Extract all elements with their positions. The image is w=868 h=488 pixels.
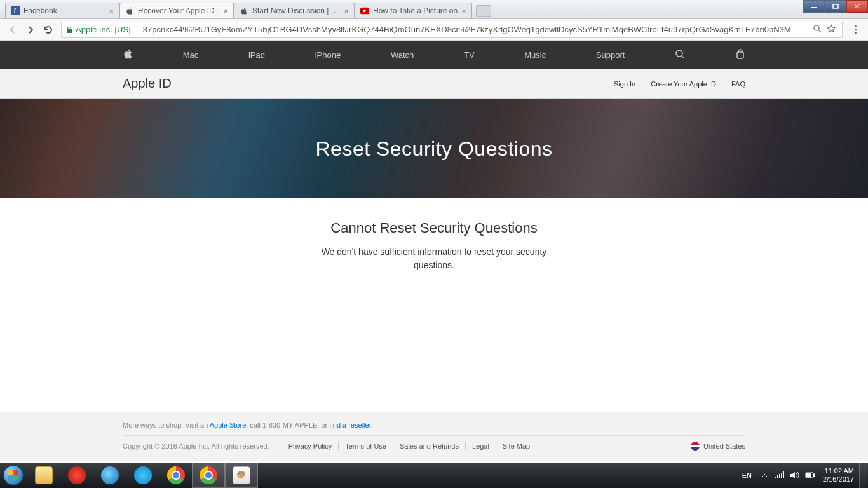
window-controls xyxy=(803,0,868,13)
svg-rect-19 xyxy=(777,475,778,478)
nav-watch[interactable]: Watch xyxy=(391,50,414,60)
error-body: We don't have sufficient information to … xyxy=(301,245,567,272)
close-icon[interactable]: × xyxy=(461,6,466,16)
taskbar-skype[interactable] xyxy=(126,463,159,488)
svg-line-12 xyxy=(682,56,684,58)
country-selector[interactable]: United States xyxy=(691,442,745,451)
zoom-icon[interactable] xyxy=(813,24,824,35)
svg-line-9 xyxy=(818,30,821,32)
tab-title: Facebook xyxy=(24,6,105,15)
footer-terms[interactable]: Terms of Use xyxy=(339,442,393,450)
taskbar-ie[interactable] xyxy=(93,463,126,488)
windows-taskbar: EN 11:02 AM 2/16/2017 xyxy=(0,463,868,488)
nav-tv[interactable]: TV xyxy=(464,50,475,60)
search-icon[interactable] xyxy=(675,49,685,61)
svg-marker-23 xyxy=(790,472,795,478)
forward-button[interactable] xyxy=(22,21,39,39)
svg-rect-26 xyxy=(806,473,811,477)
divider xyxy=(139,25,139,35)
footer-sales[interactable]: Sales and Refunds xyxy=(393,442,466,450)
address-bar[interactable]: Apple Inc. [US] 37pcnkc44%2BU1GyF8omZYT5… xyxy=(61,22,843,38)
start-button[interactable] xyxy=(0,463,27,488)
svg-text:f: f xyxy=(13,7,16,15)
svg-rect-13 xyxy=(737,52,743,58)
close-window-button[interactable] xyxy=(846,0,868,13)
svg-marker-10 xyxy=(827,25,835,32)
footer-shop-line: More ways to shop: Visit an Apple Store,… xyxy=(123,421,745,436)
svg-point-14 xyxy=(239,473,240,474)
hero-title: Reset Security Questions xyxy=(315,137,552,161)
browser-tab[interactable]: How to Take a Picture on × xyxy=(355,3,472,18)
svg-rect-25 xyxy=(813,474,815,477)
nav-support[interactable]: Support xyxy=(596,50,625,60)
browser-tab[interactable]: Start New Discussion | Co × xyxy=(234,3,355,18)
tray-up-icon[interactable] xyxy=(759,470,770,481)
taskbar-chrome-active[interactable] xyxy=(192,463,225,488)
tab-title: Start New Discussion | Co xyxy=(252,6,340,15)
new-tab-button[interactable] xyxy=(476,5,491,17)
nav-mac[interactable]: Mac xyxy=(183,50,199,60)
apple-icon xyxy=(125,6,134,15)
chrome-menu-button[interactable] xyxy=(846,25,864,34)
reload-button[interactable] xyxy=(39,21,57,39)
secure-org-label: Apple Inc. [US] xyxy=(76,25,131,34)
minimize-button[interactable] xyxy=(803,0,825,13)
create-appleid-link[interactable]: Create Your Apple ID xyxy=(651,80,716,88)
taskbar-chrome[interactable] xyxy=(159,463,192,488)
hero-banner: Reset Security Questions xyxy=(0,99,868,198)
svg-rect-21 xyxy=(781,473,782,478)
taskbar-explorer[interactable] xyxy=(27,463,60,488)
tray-language[interactable]: EN xyxy=(742,471,752,479)
bookmark-icon[interactable] xyxy=(827,24,838,35)
volume-icon[interactable] xyxy=(789,470,801,481)
page-footer: More ways to shop: Visit an Apple Store,… xyxy=(0,412,868,461)
tray-clock[interactable]: 11:02 AM 2/16/2017 xyxy=(823,467,854,484)
network-icon[interactable] xyxy=(774,470,785,481)
footer-privacy[interactable]: Privacy Policy xyxy=(282,442,339,450)
svg-point-15 xyxy=(241,472,243,473)
nav-ipad[interactable]: iPad xyxy=(248,50,265,60)
find-reseller-link[interactable]: find a reseller xyxy=(329,421,370,429)
svg-point-16 xyxy=(243,474,244,475)
close-icon[interactable]: × xyxy=(109,6,114,16)
system-tray: EN 11:02 AM 2/16/2017 xyxy=(742,463,868,488)
close-icon[interactable]: × xyxy=(344,6,349,16)
svg-point-8 xyxy=(814,25,819,30)
taskbar-paint[interactable] xyxy=(225,463,258,488)
svg-rect-5 xyxy=(833,4,838,8)
error-heading: Cannot Reset Security Questions xyxy=(0,220,868,236)
nav-iphone[interactable]: iPhone xyxy=(315,50,341,60)
browser-tab-active[interactable]: Recover Your Apple ID - × xyxy=(119,3,234,18)
taskbar-opera[interactable] xyxy=(60,463,93,488)
browser-tab[interactable]: f Facebook × xyxy=(5,3,119,18)
svg-point-11 xyxy=(676,50,682,57)
show-desktop-button[interactable] xyxy=(859,463,867,488)
apple-global-nav: Mac iPad iPhone Watch TV Music Support xyxy=(0,41,868,69)
main-content: Cannot Reset Security Questions We don't… xyxy=(0,198,868,272)
tab-title: How to Take a Picture on xyxy=(373,6,458,15)
faq-link[interactable]: FAQ xyxy=(731,80,745,88)
signin-link[interactable]: Sign In xyxy=(614,80,635,88)
battery-icon[interactable] xyxy=(804,470,816,481)
tab-title: Recover Your Apple ID - xyxy=(138,6,219,15)
nav-music[interactable]: Music xyxy=(524,50,546,60)
bag-icon[interactable] xyxy=(735,49,745,61)
svg-rect-20 xyxy=(779,474,780,478)
apple-logo-icon[interactable] xyxy=(123,48,133,62)
svg-point-17 xyxy=(239,475,240,477)
maximize-button[interactable] xyxy=(825,0,846,13)
footer-sitemap[interactable]: Site Map xyxy=(496,442,536,450)
apple-icon xyxy=(240,6,248,15)
address-bar-row: Apple Inc. [US] 37pcnkc44%2BU1GyF8omZYT5… xyxy=(0,19,868,41)
footer-legal[interactable]: Legal xyxy=(466,442,496,450)
browser-tab-strip: f Facebook × Recover Your Apple ID - × S… xyxy=(0,0,868,19)
page-title: Apple ID xyxy=(123,76,172,91)
appleid-sub-nav: Apple ID Sign In Create Your Apple ID FA… xyxy=(0,69,868,99)
facebook-icon: f xyxy=(11,6,20,15)
back-button[interactable] xyxy=(4,21,22,39)
copyright-text: Copyright © 2016 Apple Inc. All rights r… xyxy=(123,442,269,450)
svg-rect-22 xyxy=(783,471,784,478)
youtube-icon xyxy=(360,6,369,15)
apple-store-link[interactable]: Apple Store xyxy=(210,421,246,429)
close-icon[interactable]: × xyxy=(223,6,228,16)
